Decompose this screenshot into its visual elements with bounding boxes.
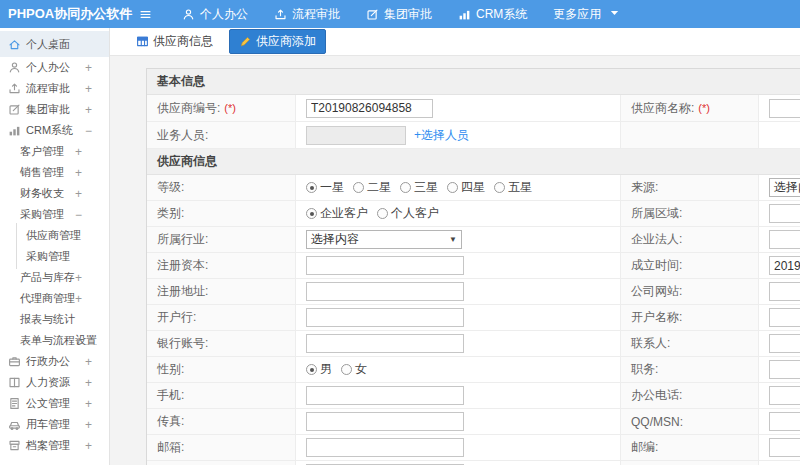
sidebar-item-purchase-mgmt-sub[interactable]: 采购管理 [0,246,109,267]
sidebar-item-crm-system[interactable]: CRM系统− [0,120,109,141]
source-select[interactable]: 选择内容▼ [769,178,800,197]
expand-icon[interactable]: + [75,334,82,348]
sidebar-item-personal-office[interactable]: 个人办公+ [0,57,109,78]
sidebar-item-agent-mgmt[interactable]: 代理商管理+ [0,288,109,309]
bank-input[interactable] [306,308,464,327]
topnav-item-workflow-approval[interactable]: 流程审批 [274,6,340,23]
level-radio-option[interactable]: 五星 [494,179,532,196]
region-input[interactable] [769,204,800,223]
category-radio-option[interactable]: 企业客户 [306,205,368,222]
supplier-code-input[interactable] [306,99,433,118]
sidebar-item-finance[interactable]: 财务收支+ [0,183,109,204]
sidebar-item-customer-mgmt[interactable]: 客户管理+ [0,141,109,162]
topnav-item-personal-office[interactable]: 个人办公 [182,6,248,23]
sidebar-item-document-mgmt[interactable]: 公文管理+ [0,393,109,414]
expand-icon[interactable]: + [75,187,82,201]
gender-radio-option[interactable]: 男 [306,361,332,378]
office-phone-input[interactable] [769,386,800,405]
sidebar-item-reports-stats[interactable]: 报表与统计 [0,309,109,330]
form-label-cell [621,461,759,465]
sidebar-item-product-inventory[interactable]: 产品与库存+ [0,267,109,288]
sidebar-item-workflow-approval[interactable]: 流程审批+ [0,78,109,99]
expand-icon[interactable]: + [85,376,92,390]
legal-person-input[interactable] [769,230,800,249]
staff-input[interactable] [306,126,406,145]
sidebar-item-label: 用车管理 [26,417,70,432]
menu-icon [139,8,152,21]
collapse-icon[interactable]: − [85,124,92,138]
expand-icon[interactable]: + [85,61,92,75]
expand-icon[interactable]: + [85,82,92,96]
sidebar-item-purchase-mgmt[interactable]: 采购管理− [0,204,109,225]
form-label-cell: 供应商名称:(*) [621,95,759,121]
industry-select[interactable]: 选择内容▼ [306,230,462,249]
expand-icon[interactable]: + [75,166,82,180]
registered-capital-input[interactable] [306,256,464,275]
level-radio-option[interactable]: 四星 [447,179,485,196]
expand-icon[interactable]: + [85,103,92,117]
contact-input[interactable] [769,334,800,353]
expand-icon[interactable]: + [75,145,82,159]
expand-icon[interactable]: + [75,271,82,285]
email-input[interactable] [306,438,464,457]
field-label: 邮编: [631,439,658,456]
field-label: 办公电话: [631,387,682,404]
supplier-name-input[interactable] [769,99,800,118]
sidebar-item-form-workflow-settings[interactable]: 表单与流程设置+ [0,330,109,351]
account-name-input[interactable] [769,308,800,327]
topnav-item-crm-system[interactable]: CRM系统 [458,6,527,23]
radio-selected-icon [306,208,317,219]
level-radio-option[interactable]: 三星 [400,179,438,196]
expand-icon[interactable]: + [85,397,92,411]
sidebar-item-label: 供应商管理 [26,228,81,243]
expand-icon[interactable]: + [75,292,82,306]
form-label-cell: 开户名称: [621,305,759,330]
form-label-cell: 办公电话: [621,383,759,408]
chart-icon [8,124,21,137]
mobile-input[interactable] [306,386,464,405]
fax-input[interactable] [306,412,464,431]
menu-toggle[interactable] [132,8,158,21]
person-icon [182,8,195,21]
topnav-item-more-apps[interactable]: 更多应用 [553,6,621,23]
expand-icon[interactable]: + [85,418,92,432]
zip-input[interactable] [769,438,800,457]
sidebar-item-admin-office[interactable]: 行政办公+ [0,351,109,372]
form-field-cell [296,95,621,121]
tab-supplier-add[interactable]: 供应商添加 [229,29,326,54]
select-value: 选择内容 [774,179,800,196]
tab-supplier-info[interactable]: 供应商信息 [130,30,219,53]
level-radio-option[interactable]: 二星 [353,179,391,196]
category-radio-option[interactable]: 个人客户 [377,205,439,222]
sidebar-item-archive-mgmt[interactable]: 档案管理+ [0,435,109,456]
collapse-icon[interactable]: − [75,208,82,222]
expand-icon[interactable]: + [85,439,92,453]
form-row: 供应商编号:(*)供应商名称:(*) [147,95,800,122]
sidebar-item-supplier-mgmt[interactable]: 供应商管理 [0,225,109,246]
form-row: 传真:QQ/MSN: [147,409,800,435]
sidebar-item-desktop[interactable]: 个人桌面 [0,31,109,57]
sidebar-item-vehicle-mgmt[interactable]: 用车管理+ [0,414,109,435]
qq-msn-input[interactable] [769,412,800,431]
form-field-cell [759,95,800,121]
founded-date-input[interactable] [769,256,800,275]
field-label: 业务人员: [157,127,208,144]
sidebar-item-group-approval[interactable]: 集团审批+ [0,99,109,120]
sidebar-item-label: 集团审批 [26,102,70,117]
registered-address-input[interactable] [306,282,464,301]
field-label: 供应商编号: [157,100,220,117]
bank-account-input[interactable] [306,334,464,353]
topnav-item-group-approval[interactable]: 集团审批 [366,6,432,23]
expand-icon[interactable]: + [85,355,92,369]
pick-person-link[interactable]: +选择人员 [414,127,469,144]
website-input[interactable] [769,282,800,301]
sidebar-item-sales-mgmt[interactable]: 销售管理+ [0,162,109,183]
level-radio-option[interactable]: 一星 [306,179,344,196]
form-row: 银行账号:联系人: [147,331,800,357]
field-label: 邮箱: [157,439,184,456]
caret-down-icon [608,6,621,19]
gender-radio-option[interactable]: 女 [341,361,367,378]
job-title-input[interactable] [769,360,800,379]
sidebar-item-human-resources[interactable]: 人力资源+ [0,372,109,393]
form-field-cell [296,305,621,330]
